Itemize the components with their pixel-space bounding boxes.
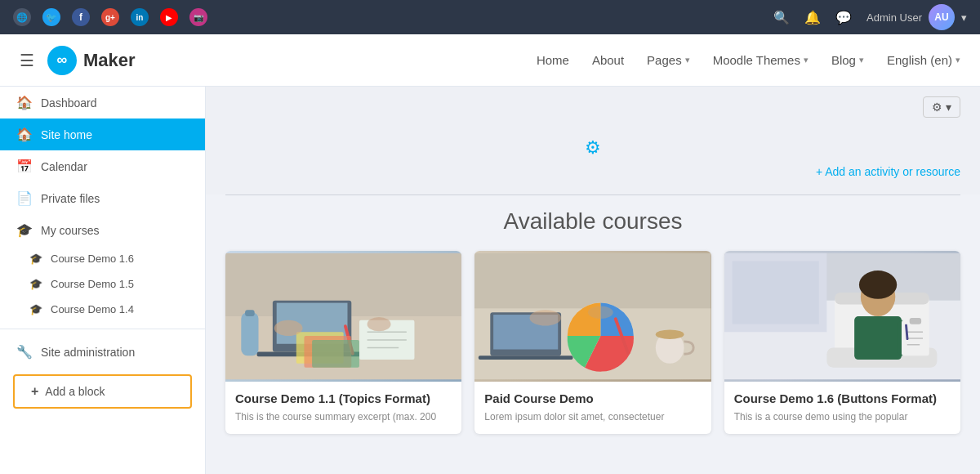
search-button[interactable]: 🔍	[773, 10, 790, 25]
themes-chevron-icon: ▾	[804, 55, 808, 65]
svg-point-16	[368, 317, 391, 331]
available-courses-section: Available courses	[206, 195, 980, 447]
logo-text: Maker	[83, 50, 136, 71]
my-courses-icon: 🎓	[16, 222, 33, 238]
available-courses-title: Available courses	[225, 208, 960, 235]
course-image-1	[225, 251, 461, 382]
twitter-icon[interactable]: 🐦	[42, 8, 60, 26]
top-right-actions: 🔍 🔔 💬 Admin User AU ▾	[773, 4, 967, 30]
nav-about[interactable]: About	[592, 53, 624, 67]
youtube-icon[interactable]: ▶	[160, 8, 178, 26]
course-1-desc: This is the course summary excerpt (max.…	[235, 410, 452, 424]
svg-point-26	[530, 310, 562, 325]
gear-icon: ⚙	[932, 101, 942, 114]
sidebar-item-calendar[interactable]: 📅 Calendar	[0, 150, 205, 182]
content-top-bar: ⚙ ▾	[206, 87, 980, 127]
admin-user-menu[interactable]: Admin User AU ▾	[866, 4, 967, 30]
course-card-3[interactable]: Course Demo 1.6 (Buttons Format) This is…	[724, 251, 960, 434]
pages-chevron-icon: ▾	[685, 55, 690, 65]
course-16-icon: 🎓	[29, 253, 42, 265]
sidebar-label-my-courses: My courses	[41, 224, 100, 237]
course-15-icon: 🎓	[29, 278, 42, 290]
sidebar-subitem-course-1-5[interactable]: 🎓 Course Demo 1.5	[0, 271, 205, 297]
content-area: ⚙ ▾ ⚙ + Add an activity or resource Avai…	[206, 87, 980, 474]
course-3-title: Course Demo 1.6 (Buttons Format)	[734, 391, 951, 405]
course-card-1[interactable]: Course Demo 1.1 (Topics Format) This is …	[225, 251, 461, 434]
svg-rect-14	[312, 340, 359, 368]
sidebar-label-site-admin: Site administration	[41, 346, 135, 359]
site-home-icon: 🏠	[16, 127, 33, 142]
social-icons: 🌐 🐦 f g+ in ▶ 📷	[13, 8, 207, 26]
sidebar-item-private-files[interactable]: 📄 Private files	[0, 182, 205, 214]
nav-moodle-themes[interactable]: Moodle Themes ▾	[713, 53, 808, 67]
svg-point-25	[656, 329, 684, 339]
course-image-2	[474, 251, 710, 382]
activity-area: ⚙ + Add an activity or resource	[206, 127, 980, 195]
social-bar: 🌐 🐦 f g+ in ▶ 📷 🔍 🔔 💬 Admin User AU ▾	[0, 0, 980, 34]
svg-rect-23	[479, 356, 573, 360]
add-block-label: Add a block	[45, 385, 105, 398]
globe-icon[interactable]: 🌐	[13, 8, 31, 26]
nav-home[interactable]: Home	[537, 53, 569, 67]
header: ☰ ∞ Maker Home About Pages ▾ Moodle Them…	[0, 34, 980, 87]
sidebar-item-dashboard[interactable]: 🏠 Dashboard	[0, 87, 205, 118]
sidebar-label-course-15: Course Demo 1.5	[51, 278, 134, 290]
svg-point-15	[274, 320, 303, 336]
sidebar-label-private-files: Private files	[41, 192, 100, 205]
sidebar-item-my-courses[interactable]: 🎓 My courses	[0, 214, 205, 246]
sidebar-divider	[0, 329, 205, 329]
nav-pages[interactable]: Pages ▾	[647, 53, 690, 67]
sidebar-item-site-home[interactable]: 🏠 Site home	[0, 118, 205, 150]
course-card-2-body: Paid Course Demo Lorem ipsum dolor sit a…	[474, 382, 710, 434]
course-card-1-body: Course Demo 1.1 (Topics Format) This is …	[225, 382, 461, 434]
course-image-3	[724, 251, 960, 382]
add-block-icon: +	[31, 384, 38, 399]
course-3-desc: This is a course demo using the popular	[734, 410, 951, 424]
language-chevron-icon: ▾	[956, 55, 960, 65]
svg-rect-10	[241, 312, 258, 356]
google-plus-icon[interactable]: g+	[101, 8, 119, 26]
svg-rect-38	[909, 318, 920, 324]
logo[interactable]: ∞ Maker	[47, 46, 136, 75]
settings-gear-button[interactable]: ⚙ ▾	[923, 96, 960, 118]
nav-language[interactable]: English (en) ▾	[887, 53, 960, 67]
svg-rect-11	[245, 310, 255, 316]
sidebar-subitem-course-1-6[interactable]: 🎓 Course Demo 1.6	[0, 246, 205, 271]
svg-point-27	[588, 306, 613, 318]
course-2-desc: Lorem ipsum dolor sit amet, consectetuer	[484, 410, 701, 424]
nav-blog[interactable]: Blog ▾	[831, 53, 864, 67]
course-14-icon: 🎓	[29, 303, 42, 315]
courses-grid: Course Demo 1.1 (Topics Format) This is …	[225, 251, 960, 434]
messages-button[interactable]: 💬	[835, 10, 852, 25]
site-admin-icon: 🔧	[16, 344, 33, 360]
notifications-button[interactable]: 🔔	[804, 10, 821, 25]
sidebar-label-calendar: Calendar	[41, 160, 87, 173]
sidebar-label-site-home: Site home	[41, 128, 92, 141]
admin-chevron-icon: ▾	[961, 11, 967, 24]
header-nav: Home About Pages ▾ Moodle Themes ▾ Blog …	[537, 53, 960, 67]
linkedin-icon[interactable]: in	[131, 8, 149, 26]
private-files-icon: 📄	[16, 190, 33, 206]
sidebar-label-course-16: Course Demo 1.6	[51, 253, 134, 265]
header-left: ☰ ∞ Maker	[20, 46, 136, 75]
calendar-icon: 📅	[16, 159, 33, 174]
gear-chevron-icon: ▾	[946, 101, 951, 114]
admin-label: Admin User	[866, 11, 922, 24]
sidebar-subitem-course-1-4[interactable]: 🎓 Course Demo 1.4	[0, 297, 205, 322]
add-activity-label: + Add an activity or resource	[816, 165, 960, 178]
dashboard-icon: 🏠	[16, 95, 33, 110]
facebook-icon[interactable]: f	[72, 8, 90, 26]
svg-point-34	[859, 271, 897, 299]
instagram-icon[interactable]: 📷	[189, 8, 207, 26]
avatar: AU	[929, 4, 955, 30]
blog-chevron-icon: ▾	[859, 55, 864, 65]
sidebar: 🏠 Dashboard 🏠 Site home 📅 Calendar 📄 Pri…	[0, 87, 206, 474]
activity-gear-icon: ⚙	[585, 137, 601, 159]
add-activity-link[interactable]: + Add an activity or resource	[816, 165, 960, 178]
add-block-button[interactable]: + Add a block	[13, 374, 192, 409]
logo-icon: ∞	[47, 46, 77, 75]
sidebar-item-site-admin[interactable]: 🔧 Site administration	[0, 336, 205, 368]
svg-rect-35	[854, 316, 902, 360]
hamburger-button[interactable]: ☰	[20, 51, 34, 70]
course-card-2[interactable]: Paid Course Demo Lorem ipsum dolor sit a…	[474, 251, 710, 434]
